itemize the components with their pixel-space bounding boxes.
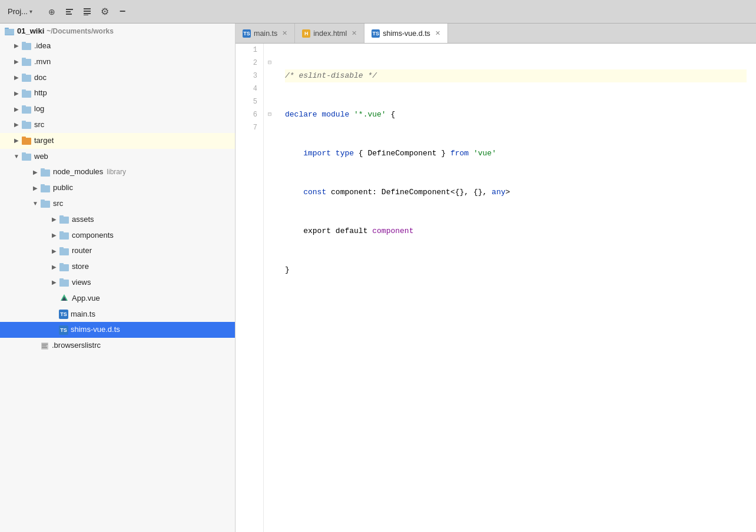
code-line-6: }: [285, 264, 747, 277]
editor-gutter: ⊟ ⊟: [264, 44, 276, 532]
code-line-1: /* eslint-disable */: [285, 69, 747, 82]
arrow-store: ▶: [49, 262, 59, 272]
svg-rect-11: [22, 42, 26, 44]
svg-rect-9: [5, 29, 14, 35]
svg-rect-6: [84, 15, 88, 15]
sidebar-item-mvn[interactable]: ▶ .mvn: [0, 54, 235, 70]
tab-icon-index-html: H: [302, 29, 310, 38]
line-num-3: 3: [236, 69, 257, 82]
code-content[interactable]: /* eslint-disable */ declare module '*.v…: [276, 44, 756, 532]
svg-rect-27: [41, 168, 45, 171]
fold-icon-line2[interactable]: ⊟: [266, 59, 273, 66]
svg-rect-15: [22, 74, 26, 76]
folder-icon-src-root: [21, 119, 32, 130]
tab-shims-vue[interactable]: TS shims-vue.d.ts ✕: [364, 24, 448, 43]
svg-rect-23: [22, 137, 26, 139]
svg-rect-45: [42, 344, 48, 345]
sidebar-item-target[interactable]: ▶ target: [0, 133, 235, 149]
sidebar-item-router[interactable]: ▶ router: [0, 243, 235, 259]
code-line-5: export default component: [285, 225, 747, 238]
tab-index-html[interactable]: H index.html ✕: [295, 24, 364, 43]
tab-close-main-ts[interactable]: ✕: [282, 30, 287, 36]
sidebar-item-shims-vue[interactable]: ▶ TS shims-vue.d.ts: [0, 322, 235, 338]
collapse-all-button[interactable]: [61, 4, 78, 19]
line-numbers: 1 2 3 4 5 6 7: [236, 44, 264, 532]
arrow-components: ▶: [49, 231, 59, 240]
arrow-router: ▶: [49, 247, 59, 256]
config-icon-browserslistrc: [40, 341, 49, 351]
svg-rect-19: [22, 105, 26, 108]
sidebar-item-web-src[interactable]: ▼ src: [0, 196, 235, 212]
sidebar-item-main-ts[interactable]: ▶ TS main.ts: [0, 307, 235, 322]
label-app-vue: App.vue: [72, 292, 100, 305]
svg-rect-46: [42, 345, 47, 347]
tab-icon-main-ts: TS: [243, 29, 251, 38]
folder-icon-web: [21, 151, 32, 162]
sidebar-item-log[interactable]: ▶ log: [0, 101, 235, 117]
minimize-button[interactable]: −: [114, 4, 131, 19]
sidebar-item-node-modules[interactable]: ▶ node_modules library: [0, 164, 235, 180]
tab-main-ts[interactable]: TS main.ts ✕: [236, 24, 295, 43]
folder-icon-views: [59, 277, 69, 288]
folder-icon-assets: [59, 214, 69, 225]
svg-rect-35: [59, 231, 64, 234]
sidebar-item-assets[interactable]: ▶ assets: [0, 212, 235, 228]
sidebar-item-doc[interactable]: ▶ doc: [0, 70, 235, 86]
svg-rect-33: [59, 215, 64, 218]
label-browserslistrc: .browserslistrc: [52, 340, 101, 352]
project-dropdown[interactable]: Proj... ▾: [5, 5, 35, 18]
sidebar-item-browserslistrc[interactable]: ▶ .browserslistrc: [0, 338, 235, 354]
arrow-mvn: ▶: [12, 57, 21, 66]
sidebar-item-views[interactable]: ▶ views: [0, 275, 235, 291]
code-editor[interactable]: 1 2 3 4 5 6 7 ⊟ ⊟ /* eslint-disable */ d…: [236, 44, 756, 532]
arrow-idea: ▶: [12, 41, 21, 51]
fold-icon-line6[interactable]: ⊟: [266, 111, 273, 118]
vue-icon-app: [59, 293, 69, 304]
project-label: Proj...: [8, 7, 28, 16]
label-http: http: [34, 87, 47, 99]
titlebar: Proj... ▾ ⊕ ⚙ −: [0, 0, 756, 24]
tab-close-index-html[interactable]: ✕: [352, 30, 357, 36]
label-node-modules: node_modules: [53, 166, 103, 178]
tab-label-index-html: index.html: [313, 29, 347, 38]
folder-icon-log: [21, 104, 32, 115]
svg-rect-39: [59, 263, 64, 265]
label-shims-vue: shims-vue.d.ts: [71, 324, 120, 336]
node-modules-badge: library: [107, 167, 126, 178]
label-idea: .idea: [34, 40, 51, 52]
sidebar-item-public[interactable]: ▶ public: [0, 180, 235, 196]
sidebar-item-src-root[interactable]: ▶ src: [0, 117, 235, 133]
titlebar-left: Proj... ▾ ⊕ ⚙ −: [5, 4, 131, 19]
main-layout: 01_wiki ~/Documents/works ▶ .idea ▶ .mvn…: [0, 24, 756, 532]
arrow-web-src: ▼: [31, 199, 40, 208]
label-doc: doc: [34, 72, 47, 84]
folder-icon-http: [21, 88, 32, 99]
folder-icon-store: [59, 262, 69, 272]
project-root[interactable]: 01_wiki ~/Documents/works: [0, 24, 235, 38]
label-router: router: [72, 245, 92, 257]
line-num-1: 1: [236, 44, 257, 56]
label-mvn: .mvn: [34, 56, 51, 68]
file-tree-sidebar: 01_wiki ~/Documents/works ▶ .idea ▶ .mvn…: [0, 24, 236, 532]
sidebar-item-store[interactable]: ▶ store: [0, 259, 235, 275]
svg-rect-17: [22, 89, 26, 92]
folder-icon-idea: [21, 41, 32, 51]
add-content-button[interactable]: ⊕: [44, 4, 60, 19]
sidebar-item-web[interactable]: ▼ web: [0, 149, 235, 165]
tab-close-shims-vue[interactable]: ✕: [435, 30, 440, 36]
editor-panel: TS main.ts ✕ H index.html ✕ TS shims-vue…: [236, 24, 756, 532]
svg-rect-2: [66, 14, 72, 15]
code-line-2: declare module '*.vue' {: [285, 108, 747, 121]
arrow-node-modules: ▶: [31, 168, 40, 177]
sidebar-item-app-vue[interactable]: ▶ App.vue: [0, 291, 235, 307]
svg-rect-4: [84, 11, 91, 12]
sidebar-item-http[interactable]: ▶ http: [0, 85, 235, 101]
code-line-7: [285, 302, 747, 315]
label-components: components: [72, 230, 114, 242]
svg-rect-0: [66, 9, 73, 10]
expand-all-button[interactable]: [79, 4, 95, 19]
sidebar-item-components[interactable]: ▶ components: [0, 228, 235, 244]
settings-button[interactable]: ⚙: [97, 4, 113, 19]
arrow-doc: ▶: [12, 73, 21, 82]
sidebar-item-idea[interactable]: ▶ .idea: [0, 38, 235, 54]
